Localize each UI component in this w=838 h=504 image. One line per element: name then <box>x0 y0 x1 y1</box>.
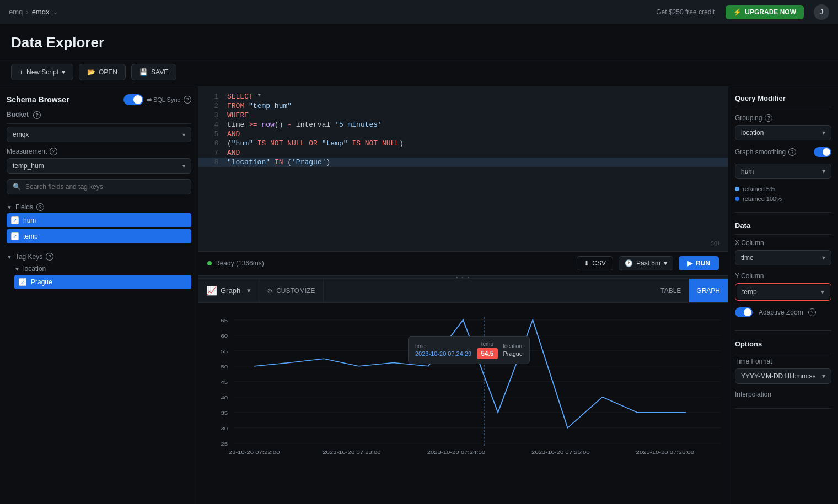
toolbar: + New Script ▾ 📂 OPEN 💾 SAVE <box>0 58 838 86</box>
graph-smoothing-row: Graph smoothing ? <box>735 147 831 157</box>
page-header: Data Explorer <box>0 24 838 58</box>
breadcrumb-emqx[interactable]: emqx <box>32 8 50 16</box>
sql-sync-switch[interactable] <box>123 94 143 105</box>
options-section: Options Time Format YYYY-MM-DD HH:mm:ss … <box>735 340 831 409</box>
x-column-label: X Column <box>735 239 831 247</box>
code-line-1: 1 SELECT * <box>198 92 728 101</box>
customize-button[interactable]: ⚙ CUSTOMIZE <box>259 279 323 302</box>
adaptive-zoom-info-icon[interactable]: ? <box>808 308 816 316</box>
measurement-label: Measurement ? <box>7 148 191 155</box>
new-script-button[interactable]: + New Script ▾ <box>11 64 73 80</box>
time-format-label: Time Format <box>735 357 831 365</box>
field-item-temp[interactable]: ✓ temp <box>7 229 191 243</box>
csv-button[interactable]: ⬇ CSV <box>577 256 613 270</box>
y-column-highlight: temp ▾ <box>735 283 831 301</box>
breadcrumb-arrow1: › <box>26 8 28 16</box>
grouping-select[interactable]: location ▾ <box>735 125 831 140</box>
fields-header[interactable]: ▼ Fields ? <box>7 201 191 213</box>
interpolation-label: Interpolation <box>735 391 831 398</box>
chart-svg: .grid-line { stroke: #21262d; stroke-wid… <box>198 308 728 463</box>
grouping-info-icon[interactable]: ? <box>765 114 772 122</box>
y-column-label: Y Column <box>735 272 831 280</box>
adaptive-zoom-toggle[interactable] <box>735 307 753 317</box>
time-range-select[interactable]: 🕐 Past 5m ▾ <box>619 256 673 270</box>
bucket-info-icon[interactable]: ? <box>33 111 41 119</box>
table-button[interactable]: TABLE <box>653 279 689 302</box>
clock-icon: 🕐 <box>625 259 633 267</box>
data-section: Data X Column time ▾ Y Column temp ▾ <box>735 221 831 331</box>
graph-view-button[interactable]: GRAPH <box>689 279 728 302</box>
location-chevron-icon: ▼ <box>14 266 20 272</box>
fields-info-icon[interactable]: ? <box>36 203 44 211</box>
bucket-chevron-icon: ▾ <box>182 132 185 138</box>
status-actions: ⬇ CSV 🕐 Past 5m ▾ ▶ RUN <box>577 256 719 270</box>
legend-dot-5 <box>735 187 739 191</box>
code-line-4: 4 time >= now() - interval '5 minutes' <box>198 120 728 129</box>
svg-text:2023-10-20 07:25:00: 2023-10-20 07:25:00 <box>531 449 590 455</box>
tag-keys-section: ▼ Tag Keys ? ▼ location ✓ Prague <box>7 251 191 291</box>
bucket-label: Bucket ? <box>7 111 191 124</box>
svg-text:30: 30 <box>221 426 228 431</box>
fields-section: ▼ Fields ? ✓ hum ✓ temp <box>7 201 191 245</box>
svg-text:40: 40 <box>221 395 228 400</box>
breadcrumb-emq[interactable]: emq <box>9 8 23 16</box>
smoothing-select[interactable]: hum ▾ <box>735 164 831 179</box>
sidebar: Schema Browser ⇌ SQL Sync ? Bucket ? emq… <box>0 86 198 504</box>
page-title: Data Explorer <box>11 34 827 51</box>
svg-text:25: 25 <box>221 441 228 447</box>
svg-text:35: 35 <box>221 410 228 416</box>
smoothing-info-icon[interactable]: ? <box>788 148 796 156</box>
tag-keys-header[interactable]: ▼ Tag Keys ? <box>7 251 191 263</box>
options-label: Options <box>735 340 831 353</box>
graph-type-select[interactable]: 📈 Graph ▾ <box>198 279 259 302</box>
run-button[interactable]: ▶ RUN <box>679 256 719 270</box>
tag-prague-checkbox[interactable]: ✓ <box>19 278 26 286</box>
graph-smoothing-toggle[interactable] <box>814 147 831 157</box>
time-format-chevron-icon: ▾ <box>822 372 825 380</box>
breadcrumb: emq › emqx ⌄ <box>9 8 58 16</box>
bucket-select[interactable]: emqx ▾ <box>7 127 191 142</box>
open-label: OPEN <box>99 68 117 76</box>
csv-label: CSV <box>592 259 606 267</box>
code-editor[interactable]: 1 SELECT * 2 FROM "temp_hum" 3 WHERE 4 t… <box>198 86 728 252</box>
schema-header: Schema Browser ⇌ SQL Sync ? <box>7 94 191 105</box>
grouping-label: Grouping ? <box>735 114 831 122</box>
svg-text:2023-10-20 07:23:00: 2023-10-20 07:23:00 <box>323 449 381 455</box>
sql-sync-toggle[interactable]: ⇌ SQL Sync ? <box>123 94 191 105</box>
status-ready: Ready (1366ms) <box>207 259 264 267</box>
search-input[interactable] <box>25 183 185 191</box>
location-label: location <box>23 265 46 273</box>
y-column-select[interactable]: temp ▾ <box>737 285 830 299</box>
search-box[interactable]: 🔍 <box>7 179 191 194</box>
play-icon: ▶ <box>687 259 692 267</box>
avatar[interactable]: J <box>814 4 829 20</box>
status-bar: Ready (1366ms) ⬇ CSV 🕐 Past 5m ▾ ▶ RUN <box>198 252 728 275</box>
main-layout: Schema Browser ⇌ SQL Sync ? Bucket ? emq… <box>0 86 838 504</box>
graph-toolbar: 📈 Graph ▾ ⚙ CUSTOMIZE TABLE GRAPH <box>198 279 728 303</box>
measurement-select[interactable]: temp_hum ▾ <box>7 158 191 174</box>
tag-prague-label: Prague <box>31 278 52 286</box>
tag-location-group: ▼ location ✓ Prague <box>14 263 191 289</box>
field-temp-checkbox[interactable]: ✓ <box>11 232 19 240</box>
code-line-6: 6 ("hum" IS NOT NULL OR "temp" IS NOT NU… <box>198 139 728 148</box>
location-header[interactable]: ▼ location <box>14 263 191 275</box>
upgrade-button[interactable]: UPGRADE NOW <box>726 5 804 19</box>
x-column-select[interactable]: time ▾ <box>735 250 831 265</box>
svg-text:65: 65 <box>221 318 228 323</box>
measurement-info-icon[interactable]: ? <box>50 148 57 155</box>
tag-item-prague[interactable]: ✓ Prague <box>14 275 191 289</box>
chevron-down-icon: ▾ <box>62 68 65 76</box>
code-line-3: 3 WHERE <box>198 111 728 120</box>
tag-keys-info-icon[interactable]: ? <box>46 253 53 261</box>
time-format-select[interactable]: YYYY-MM-DD HH:mm:ss ▾ <box>735 368 831 384</box>
save-button[interactable]: 💾 SAVE <box>131 64 176 80</box>
open-button[interactable]: 📂 OPEN <box>79 64 126 80</box>
top-nav: emq › emqx ⌄ Get $250 free credit UPGRAD… <box>0 0 838 24</box>
time-chevron-icon: ▾ <box>664 259 667 267</box>
field-hum-checkbox[interactable]: ✓ <box>11 216 19 224</box>
run-label: RUN <box>696 259 710 267</box>
field-item-hum[interactable]: ✓ hum <box>7 213 191 227</box>
sql-sync-info-icon[interactable]: ? <box>184 96 191 104</box>
sql-label: SQL <box>710 240 721 247</box>
grouping-chevron-icon: ▾ <box>822 129 825 137</box>
